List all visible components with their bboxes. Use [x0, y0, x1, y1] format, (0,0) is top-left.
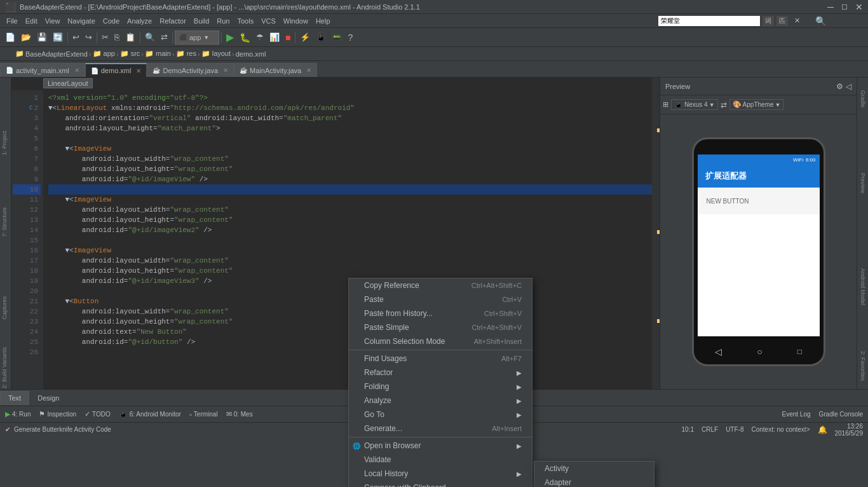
- breadcrumb-app[interactable]: 📁 app: [93, 50, 115, 58]
- replace-btn[interactable]: ⇄: [158, 31, 170, 43]
- menu-file[interactable]: File: [3, 16, 22, 26]
- ctx-paste-simple[interactable]: Paste Simple Ctrl+Alt+Shift+V: [349, 320, 532, 334]
- preview-zoom-fit-btn[interactable]: ⊞: [663, 100, 668, 109]
- global-search-icon[interactable]: 🔍: [811, 15, 830, 27]
- profile-btn[interactable]: 📊: [267, 31, 282, 43]
- breadcrumb-src[interactable]: 📁 src: [120, 50, 140, 58]
- sync-btn[interactable]: 🔄: [50, 31, 65, 43]
- submenu-adapter[interactable]: Adapter: [534, 476, 654, 487]
- maximize-button[interactable]: ◻: [841, 2, 848, 12]
- layout-tag[interactable]: LinearLayout: [43, 78, 93, 88]
- favorites-side-label[interactable]: 2: Favorites: [860, 351, 866, 381]
- breadcrumb-res[interactable]: 📁 res: [176, 50, 196, 58]
- menu-code[interactable]: Code: [99, 16, 123, 26]
- breadcrumb-project[interactable]: 📁: [15, 50, 24, 58]
- android-model-side-label[interactable]: Android Model: [860, 268, 866, 305]
- undo-btn[interactable]: ↩: [70, 31, 82, 43]
- structure-label-container[interactable]: 7: Structure: [0, 205, 11, 240]
- breadcrumb-file[interactable]: demo.xml: [236, 50, 266, 58]
- terminal-tab[interactable]: ▫ Terminal: [186, 408, 222, 422]
- messages-tab[interactable]: ✉ 0: Mes: [222, 408, 257, 422]
- stop-btn[interactable]: ■: [283, 31, 293, 44]
- inspection-tab[interactable]: ⚑ Inspection: [35, 408, 80, 422]
- tab-close-2[interactable]: ✕: [136, 67, 141, 74]
- preview-settings-icon[interactable]: ⚙: [836, 82, 843, 91]
- status-line-ending[interactable]: CRLF: [702, 426, 718, 433]
- copy-btn[interactable]: ⎘: [112, 31, 122, 43]
- captures-side-label[interactable]: Captures: [0, 294, 9, 322]
- ctx-open-browser[interactable]: 🌐 Open in Browser ▶: [349, 439, 532, 453]
- captures-label-container[interactable]: Captures: [0, 294, 11, 322]
- build-variants-side-label[interactable]: 2: Build Variants: [0, 345, 9, 391]
- gradle-console-btn[interactable]: Gradle Console: [815, 409, 867, 419]
- preview-theme-btn[interactable]: 🎨 AppTheme ▼: [729, 99, 784, 110]
- submenu-activity[interactable]: Activity: [534, 462, 654, 476]
- ctx-column-selection[interactable]: Column Selection Mode Alt+Shift+Insert: [349, 334, 532, 348]
- ctx-compare-clipboard[interactable]: Compare with Clipboard: [349, 481, 532, 487]
- preview-side-label[interactable]: Preview: [860, 173, 866, 193]
- ctx-folding[interactable]: Folding ▶: [349, 380, 532, 394]
- menu-edit[interactable]: Edit: [22, 16, 41, 26]
- breadcrumb-main[interactable]: 📁 main: [145, 50, 171, 58]
- minimize-button[interactable]: ─: [827, 2, 834, 12]
- breadcrumb-layout[interactable]: 📁 layout: [201, 50, 231, 58]
- todo-tab[interactable]: ✓ TODO: [81, 408, 114, 422]
- tab-close-4[interactable]: ✕: [306, 67, 311, 74]
- menu-build[interactable]: Build: [190, 16, 213, 26]
- gradle-label-container[interactable]: Gradle: [860, 90, 866, 109]
- menu-view[interactable]: View: [41, 16, 64, 26]
- search-option2[interactable]: 匹: [776, 16, 788, 26]
- search-close-btn[interactable]: ✕: [790, 15, 804, 26]
- avd-btn[interactable]: 📟: [329, 31, 344, 43]
- status-encoding[interactable]: UTF-8: [726, 426, 743, 433]
- menu-navigate[interactable]: Navigate: [64, 16, 98, 26]
- ctx-generate[interactable]: Generate... Alt+Insert: [349, 422, 532, 436]
- preview-collapse-icon[interactable]: ◁: [846, 82, 851, 91]
- paste-btn[interactable]: 📋: [123, 31, 138, 43]
- tab-close-1[interactable]: ✕: [74, 67, 79, 74]
- gradle-sync-btn[interactable]: ⚡: [297, 31, 313, 43]
- structure-side-label[interactable]: 7: Structure: [0, 205, 9, 240]
- status-line-col[interactable]: 10:1: [682, 426, 694, 433]
- event-log-btn[interactable]: Event Log: [778, 409, 814, 419]
- tab-demo[interactable]: 📄 demo.xml ✕: [85, 63, 147, 77]
- run-button[interactable]: ▶: [224, 30, 236, 45]
- help-btn[interactable]: ?: [345, 31, 355, 44]
- ctx-goto[interactable]: Go To ▶: [349, 408, 532, 422]
- preview-label-container[interactable]: Preview: [860, 173, 866, 195]
- ctx-validate[interactable]: Validate: [349, 453, 532, 467]
- run-tab[interactable]: ▶ 4: Run: [1, 408, 34, 422]
- coverage-btn[interactable]: ☂: [254, 31, 266, 43]
- close-button[interactable]: ✕: [855, 2, 863, 12]
- menu-window[interactable]: Window: [280, 16, 312, 26]
- menu-analyze[interactable]: Analyze: [123, 16, 156, 26]
- ctx-paste[interactable]: Paste Ctrl+V: [349, 292, 532, 306]
- tab-close-3[interactable]: ✕: [223, 67, 228, 74]
- gradle-side-label[interactable]: Gradle: [860, 90, 866, 107]
- tab-text[interactable]: Text: [0, 391, 29, 405]
- favorites-label-container[interactable]: 2: Favorites: [860, 351, 866, 383]
- tab-design[interactable]: Design: [29, 391, 67, 405]
- ctx-analyze[interactable]: Analyze ▶: [349, 394, 532, 408]
- tab-demo-activity[interactable]: ☕ DemoActivity.java ✕: [147, 63, 234, 77]
- ctx-find-usages[interactable]: Find Usages Alt+F7: [349, 352, 532, 366]
- menu-refactor[interactable]: Refactor: [156, 16, 190, 26]
- debug-button[interactable]: 🐛: [237, 31, 253, 44]
- cut-btn[interactable]: ✂: [99, 31, 111, 43]
- sdk-btn[interactable]: 📱: [313, 31, 329, 43]
- ctx-copy-reference[interactable]: Copy Reference Ctrl+Alt+Shift+C: [349, 278, 532, 292]
- project-side-label[interactable]: 1: Project: [0, 128, 9, 158]
- search-input[interactable]: [658, 16, 760, 26]
- breadcrumb-project-name[interactable]: BaseAdapterExtend: [25, 50, 88, 58]
- ctx-local-history[interactable]: Local History ▶: [349, 467, 532, 481]
- android-monitor-tab[interactable]: 📱 6: Android Monitor: [115, 408, 185, 422]
- preview-device-btn[interactable]: 📱 Nexus 4 ▼: [671, 99, 718, 110]
- menu-run[interactable]: Run: [213, 16, 233, 26]
- find-btn[interactable]: 🔍: [142, 31, 158, 43]
- new-file-btn[interactable]: 📄: [3, 31, 18, 43]
- build-variants-label-container[interactable]: 2: Build Variants: [0, 345, 11, 391]
- search-option1[interactable]: 词: [763, 16, 774, 26]
- tab-activity-main[interactable]: 📄 activity_main.xml ✕: [0, 63, 85, 77]
- ctx-paste-history[interactable]: Paste from History... Ctrl+Shift+V: [349, 306, 532, 320]
- redo-btn[interactable]: ↪: [83, 31, 95, 43]
